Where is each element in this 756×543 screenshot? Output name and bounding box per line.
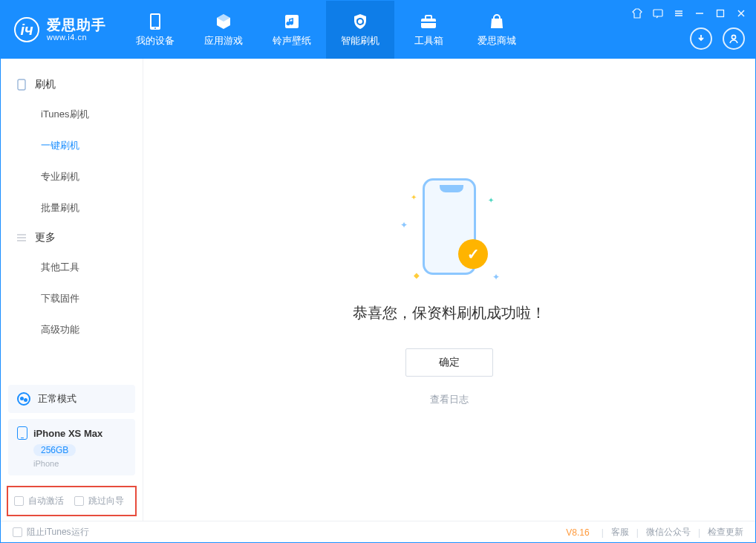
- user-account-button[interactable]: [723, 27, 745, 50]
- shopping-bag-icon: [489, 12, 505, 31]
- device-mode-box[interactable]: 正常模式: [8, 385, 135, 413]
- feedback-icon[interactable]: [651, 7, 665, 20]
- checkbox-icon: [74, 496, 84, 506]
- toolbox-icon: [420, 12, 437, 31]
- nav-toolbox[interactable]: 工具箱: [394, 1, 463, 59]
- sidebar-group-more[interactable]: 更多: [1, 224, 143, 252]
- sidebar-item-advanced[interactable]: 高级功能: [1, 314, 143, 345]
- device-capacity-badge: 256GB: [33, 444, 76, 456]
- footer-link-wechat[interactable]: 微信公众号: [646, 526, 691, 539]
- list-icon: [16, 233, 27, 242]
- window-controls: [630, 7, 748, 20]
- status-bar: 阻止iTunes运行 V8.16 | 客服 | 微信公众号 | 检查更新: [1, 521, 755, 543]
- phone-icon: [149, 12, 161, 31]
- view-log-link[interactable]: 查看日志: [430, 393, 469, 406]
- sidebar-item-pro-flash[interactable]: 专业刷机: [1, 161, 143, 192]
- menu-icon[interactable]: [672, 7, 685, 20]
- shirt-icon[interactable]: [630, 7, 644, 20]
- sidebar-item-oneclick-flash[interactable]: 一键刷机: [1, 130, 143, 161]
- confirm-button[interactable]: 确定: [405, 348, 493, 377]
- success-message: 恭喜您，保资料刷机成功啦！: [353, 303, 546, 323]
- svg-rect-6: [421, 22, 436, 23]
- download-button[interactable]: [690, 27, 712, 50]
- sidebar-item-itunes-flash[interactable]: iTunes刷机: [1, 99, 143, 130]
- svg-point-2: [154, 27, 156, 29]
- nav-store[interactable]: 爱思商城: [463, 1, 531, 59]
- device-small-icon: [16, 79, 27, 91]
- mode-icon: [17, 392, 30, 406]
- highlighted-options: 自动激活 跳过向导: [7, 486, 137, 516]
- svg-rect-8: [717, 10, 724, 17]
- footer-link-support[interactable]: 客服: [611, 526, 629, 539]
- refresh-shield-icon: [351, 12, 369, 31]
- svg-rect-7: [654, 10, 662, 16]
- svg-rect-10: [18, 79, 25, 90]
- checkbox-icon: [14, 496, 24, 506]
- device-info-box[interactable]: iPhone XS Max 256GB iPhone: [8, 419, 135, 475]
- nav-ringtones-wallpapers[interactable]: 铃声壁纸: [258, 1, 326, 59]
- main-nav: 我的设备 应用游戏 铃声壁纸 智能刷机 工具箱: [121, 1, 531, 59]
- sidebar: 刷机 iTunes刷机 一键刷机 专业刷机 批量刷机 更多 其他工具 下载固件 …: [1, 59, 143, 521]
- nav-apps-games[interactable]: 应用游戏: [189, 1, 258, 59]
- nav-my-device[interactable]: 我的设备: [121, 1, 189, 59]
- device-type: iPhone: [33, 459, 126, 468]
- svg-rect-5: [426, 16, 431, 19]
- footer-link-update[interactable]: 检查更新: [708, 526, 743, 539]
- sidebar-item-download-firmware[interactable]: 下载固件: [1, 283, 143, 314]
- device-mode-label: 正常模式: [38, 392, 76, 406]
- phone-small-icon: [17, 426, 27, 440]
- maximize-button[interactable]: [714, 7, 727, 20]
- sidebar-group-flash[interactable]: 刷机: [1, 71, 143, 99]
- close-button[interactable]: [734, 7, 748, 20]
- header-action-icons: [690, 27, 745, 50]
- main-content: ✦ ✦ ✦ ✦ ◆ ✓ 恭喜您，保资料刷机成功啦！ 确定 查看日志: [143, 59, 755, 521]
- device-name: iPhone XS Max: [33, 428, 102, 439]
- app-title: 爱思助手: [47, 18, 106, 33]
- app-subtitle: www.i4.cn: [47, 33, 106, 42]
- checkbox-block-itunes[interactable]: 阻止iTunes运行: [13, 526, 89, 539]
- logo-area: iч 爱思助手 www.i4.cn: [1, 1, 121, 59]
- version-label: V8.16: [566, 527, 589, 538]
- sidebar-item-other-tools[interactable]: 其他工具: [1, 252, 143, 283]
- success-illustration: ✦ ✦ ✦ ✦ ◆ ✓: [397, 174, 501, 285]
- nav-smart-flash[interactable]: 智能刷机: [326, 1, 394, 59]
- checkbox-skip-guide[interactable]: 跳过向导: [74, 495, 124, 507]
- app-logo-icon: iч: [14, 17, 39, 42]
- svg-point-9: [731, 35, 735, 39]
- checkbox-icon: [13, 527, 22, 537]
- music-note-icon: [284, 12, 300, 31]
- checkmark-badge-icon: ✓: [458, 239, 488, 269]
- app-header: iч 爱思助手 www.i4.cn 我的设备 应用游戏 铃声壁纸: [1, 1, 755, 59]
- cube-icon: [215, 12, 232, 31]
- svg-rect-1: [151, 15, 159, 27]
- checkbox-auto-activate[interactable]: 自动激活: [14, 495, 64, 507]
- minimize-button[interactable]: [693, 7, 706, 20]
- sidebar-item-batch-flash[interactable]: 批量刷机: [1, 192, 143, 224]
